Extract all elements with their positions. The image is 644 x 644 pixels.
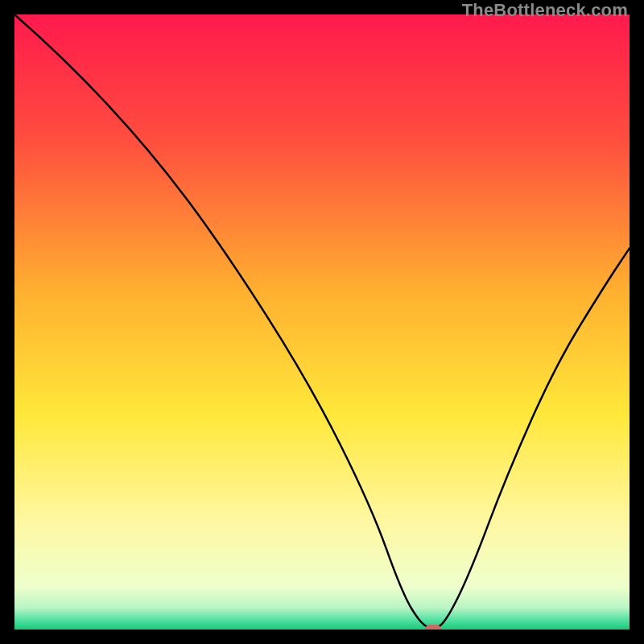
plot-area (14, 14, 630, 630)
optimal-marker (425, 625, 441, 630)
chart-frame: TheBottleneck.com (0, 0, 644, 644)
watermark-text: TheBottleneck.com (462, 0, 628, 21)
curve-path (14, 14, 630, 628)
bottleneck-curve (14, 14, 630, 630)
